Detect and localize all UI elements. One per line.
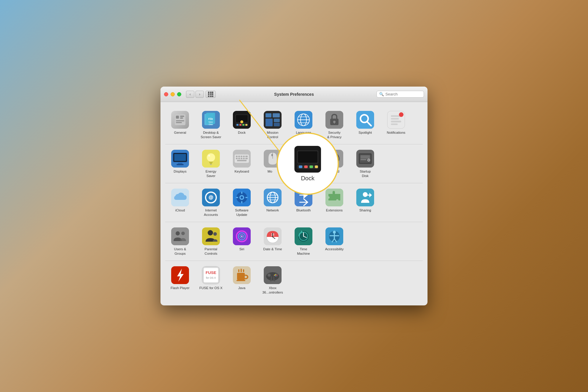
svg-point-125 [176, 231, 180, 235]
minimize-button[interactable] [171, 92, 175, 96]
accessibility-icon [325, 227, 343, 245]
security-label: Security& Privacy [327, 130, 342, 139]
svg-rect-77 [243, 158, 245, 159]
pref-general[interactable]: General [165, 108, 195, 142]
system-preferences-window: ‹ › System Preferences 🔍 [160, 87, 428, 305]
bluetooth-svg [295, 189, 312, 206]
pref-startup[interactable]: StartupDisk [350, 147, 380, 181]
traffic-lights [164, 92, 181, 96]
pref-spotlight[interactable]: Spotlight [350, 108, 380, 142]
general-svg [173, 113, 187, 127]
startup-svg [356, 150, 374, 168]
section-hardware: Dock Displays [165, 144, 423, 183]
pref-fuse[interactable]: FUSE for OS X FUSE for OS X [196, 263, 226, 297]
svg-rect-87 [298, 159, 309, 160]
extensions-icon [325, 189, 343, 206]
svg-rect-64 [210, 163, 212, 164]
pref-xbox[interactable]: Xbox 36...ontrollers [258, 263, 287, 297]
software-svg [233, 189, 251, 206]
svg-rect-162 [241, 269, 242, 272]
pref-desktop[interactable]: File New One Desktop &Screen Saver [196, 108, 226, 142]
pref-dock[interactable]: Dock [227, 108, 257, 142]
svg-text:for OS X: for OS X [206, 276, 216, 279]
svg-rect-22 [273, 113, 280, 117]
pref-software[interactable]: SoftwareUpdate [227, 186, 257, 219]
pref-accessibility[interactable]: Accessibility [320, 224, 349, 258]
svg-rect-57 [178, 163, 182, 164]
svg-point-173 [275, 275, 276, 276]
pref-flash[interactable]: Flash Player [165, 263, 195, 297]
svg-point-129 [213, 232, 217, 236]
general-label: General [174, 130, 186, 135]
svg-rect-73 [245, 156, 248, 157]
svg-rect-5 [176, 122, 182, 123]
section-personal: General File New One Desktop &Screen Sav… [165, 106, 423, 144]
pref-mission[interactable]: MissionControl [258, 108, 287, 142]
notifications-svg [387, 111, 405, 129]
svg-rect-161 [238, 269, 239, 272]
svg-rect-78 [245, 158, 248, 159]
svg-rect-21 [266, 113, 271, 117]
parental-label: ParentalControls [205, 247, 217, 256]
pref-java[interactable]: Java [227, 263, 257, 297]
pref-printers[interactable]: Printers &Scanners [289, 147, 318, 181]
grid-view-button[interactable] [206, 91, 216, 98]
pref-language[interactable]: Language& Region [289, 108, 318, 142]
pref-bluetooth[interactable]: Bluetooth [289, 186, 318, 219]
section-other: Flash Player FUSE for OS X FUSE for OS X [165, 261, 423, 299]
internet-icon: @ [202, 189, 220, 206]
svg-rect-72 [243, 156, 245, 157]
search-input[interactable] [385, 92, 421, 96]
forward-button[interactable]: › [196, 91, 204, 98]
svg-rect-108 [236, 197, 238, 198]
energy-label: EnergySaver [206, 169, 216, 178]
search-icon: 🔍 [379, 92, 384, 96]
keyboard-icon [233, 150, 251, 168]
pref-energy[interactable]: EnergySaver [196, 147, 226, 181]
svg-text:New: New [209, 121, 213, 123]
mission-svg [264, 111, 282, 129]
svg-rect-170 [268, 274, 270, 276]
pref-sound[interactable]: Sound [320, 147, 349, 181]
pref-security[interactable]: Security& Privacy [320, 108, 349, 142]
pref-parental[interactable]: ParentalControls [196, 224, 226, 258]
pref-displays[interactable]: Displays [165, 147, 195, 181]
maximize-button[interactable] [177, 92, 181, 96]
xbox-label: Xbox 36...ontrollers [259, 286, 286, 295]
pref-internet[interactable]: @ InternetAccounts [196, 186, 226, 219]
svg-rect-25 [274, 123, 280, 126]
svg-point-62 [207, 153, 215, 162]
java-svg [233, 266, 251, 284]
back-button[interactable]: ‹ [186, 91, 194, 98]
pref-timemachine[interactable]: TimeMachine [289, 224, 318, 258]
pref-siri[interactable]: Siri [227, 224, 257, 258]
pref-extensions[interactable]: Extensions [320, 186, 349, 219]
svg-rect-127 [202, 227, 220, 245]
svg-rect-120 [356, 189, 374, 206]
fuse-svg: FUSE for OS X [202, 266, 220, 284]
dock-label: Dock [238, 130, 246, 135]
bluetooth-icon [295, 189, 312, 206]
energy-icon [202, 150, 220, 168]
close-button[interactable] [164, 92, 168, 96]
svg-rect-106 [241, 192, 242, 194]
svg-point-121 [363, 192, 368, 197]
svg-rect-75 [238, 158, 240, 159]
pref-network[interactable]: Network [258, 186, 287, 219]
users-label: Users &Groups [174, 247, 186, 256]
sound-label: Sound [329, 169, 339, 174]
pref-mouse[interactable]: Mouse [258, 147, 287, 181]
pref-datetime[interactable]: 18 Date & Time [258, 224, 287, 258]
search-box[interactable]: 🔍 [376, 91, 424, 98]
pref-notifications[interactable]: Notifications [381, 108, 411, 142]
section-internet: iCloud @ InternetAccounts [165, 183, 423, 222]
pref-sharing[interactable]: Sharing [350, 186, 380, 219]
pref-icloud[interactable]: iCloud [165, 186, 195, 219]
sound-icon [325, 150, 343, 168]
pref-users[interactable]: Users &Groups [165, 224, 195, 258]
flash-label: Flash Player [171, 286, 190, 290]
desktop-icon: File New One [202, 111, 220, 129]
pref-keyboard[interactable]: Keyboard [227, 147, 257, 181]
xbox-svg [264, 266, 282, 284]
extensions-svg [325, 189, 343, 206]
